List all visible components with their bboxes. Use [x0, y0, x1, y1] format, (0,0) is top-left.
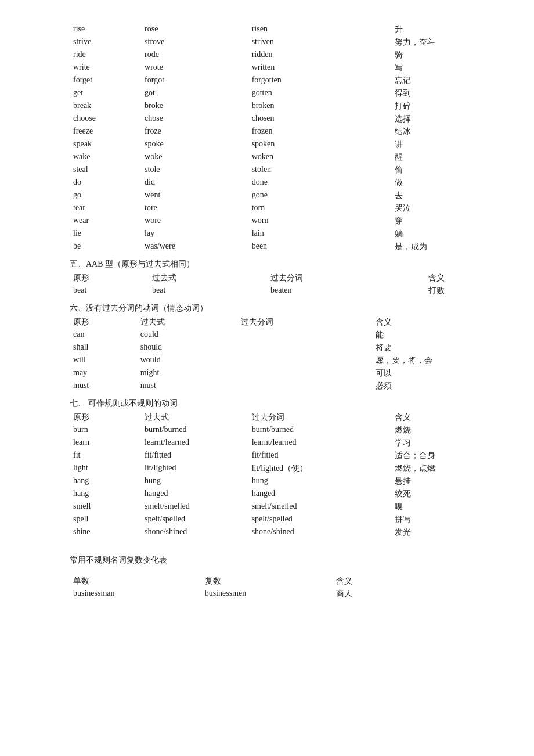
- verb-base: learn: [70, 437, 141, 449]
- col-meaning-6: 含义: [372, 316, 464, 329]
- table-row: go went gone 去: [70, 189, 464, 202]
- col-base-6: 原形: [70, 316, 137, 329]
- noun-col-header: 单数 复数 含义: [70, 575, 464, 588]
- main-verb-table: rise rose risen 升 strive strove striven …: [70, 23, 464, 253]
- verb-past: broke: [141, 100, 248, 113]
- verb-pp: broken: [248, 100, 391, 113]
- verb-pp: hung: [248, 475, 391, 488]
- table-row: steal stole stolen 偷: [70, 164, 464, 177]
- section7-heading: 七、 可作规则或不规则的动词: [70, 398, 464, 409]
- verb-past: hanged: [141, 488, 248, 501]
- table-row: burn burnt/burned burnt/burned 燃烧: [70, 424, 464, 437]
- noun-section-title: 常用不规则名词复数变化表: [70, 555, 464, 566]
- verb-pp: written: [248, 62, 391, 74]
- verb-meaning: 骑: [391, 49, 464, 62]
- verb-past: lay: [141, 228, 248, 240]
- col-past-6: 过去式: [137, 316, 238, 329]
- table-row: strive strove striven 努力，奋斗: [70, 36, 464, 49]
- verb-meaning: 是，成为: [391, 240, 464, 253]
- verb-base: can: [70, 329, 137, 341]
- verb-past: fit/fitted: [141, 449, 248, 462]
- section6-heading: 六、没有过去分词的动词（情态动词）: [70, 303, 464, 314]
- col-base-5: 原形: [70, 272, 149, 285]
- verb-base: spell: [70, 513, 141, 526]
- verb-past: was/were: [141, 240, 248, 253]
- verb-base: wear: [70, 215, 141, 228]
- table-row: break broke broken 打碎: [70, 100, 464, 113]
- verb-past: spelt/spelled: [141, 513, 248, 526]
- verb-meaning: 必须: [372, 380, 464, 393]
- verb-meaning: 将要: [372, 341, 464, 354]
- verb-meaning: 适合；合身: [391, 449, 464, 462]
- verb-base: ride: [70, 49, 141, 62]
- table-row: learn learnt/learned learnt/learned 学习: [70, 437, 464, 449]
- verb-base: get: [70, 87, 141, 100]
- verb-meaning: 穿: [391, 215, 464, 228]
- verb-past: got: [141, 87, 248, 100]
- verb-past: must: [137, 380, 238, 393]
- verb-pp: lit/lighted（使）: [248, 462, 391, 475]
- table-row: hang hung hung 悬挂: [70, 475, 464, 488]
- col-past-5: 过去式: [149, 272, 267, 285]
- table-row: lie lay lain 躺: [70, 228, 464, 240]
- verb-meaning: 可以: [372, 367, 464, 380]
- verb-past: might: [137, 367, 238, 380]
- verb-pp: [237, 341, 371, 354]
- verb-past: could: [137, 329, 238, 341]
- table-row: businessman businessmen 商人: [70, 588, 464, 600]
- verb-meaning: 能: [372, 329, 464, 341]
- noun-table: 单数 复数 含义 businessman businessmen 商人: [70, 575, 464, 600]
- verb-meaning: 做: [391, 177, 464, 189]
- section5-col-header: 原形 过去式 过去分词 含义: [70, 272, 464, 285]
- table-row: spell spelt/spelled spelt/spelled 拼写: [70, 513, 464, 526]
- verb-past: smelt/smelled: [141, 501, 248, 513]
- verb-past: woke: [141, 151, 248, 164]
- verb-past: did: [141, 177, 248, 189]
- section6-col-header: 原形 过去式 过去分词 含义: [70, 316, 464, 329]
- verb-past: hung: [141, 475, 248, 488]
- verb-past: rose: [141, 23, 248, 36]
- verb-meaning: 悬挂: [391, 475, 464, 488]
- table-row: may might 可以: [70, 367, 464, 380]
- verb-meaning: 燃烧: [391, 424, 464, 437]
- verb-pp: forgotten: [248, 74, 391, 87]
- col-base-7: 原形: [70, 411, 141, 424]
- table-row: forget forgot forgotten 忘记: [70, 74, 464, 87]
- noun-col-meaning: 含义: [333, 575, 464, 588]
- noun-col-singular: 单数: [70, 575, 201, 588]
- col-meaning-7: 含义: [391, 411, 464, 424]
- verb-meaning: 嗅: [391, 501, 464, 513]
- verb-pp: [237, 354, 371, 367]
- table-row: wear wore worn 穿: [70, 215, 464, 228]
- verb-meaning: 升: [391, 23, 464, 36]
- verb-pp: gotten: [248, 87, 391, 100]
- table-row: ride rode ridden 骑: [70, 49, 464, 62]
- verb-base: tear: [70, 202, 141, 215]
- col-pp-7: 过去分词: [248, 411, 391, 424]
- verb-meaning: 写: [391, 62, 464, 74]
- table-row: speak spoke spoken 讲: [70, 138, 464, 151]
- verb-base: burn: [70, 424, 141, 437]
- table-row: beat beat beaten 打败: [70, 285, 464, 297]
- verb-pp: [237, 367, 371, 380]
- table-row: be was/were been 是，成为: [70, 240, 464, 253]
- verb-meaning: 哭泣: [391, 202, 464, 215]
- verb-past: should: [137, 341, 238, 354]
- verb-pp: burnt/burned: [248, 424, 391, 437]
- verb-pp: [237, 380, 371, 393]
- col-meaning-5: 含义: [425, 272, 464, 285]
- verb-past: went: [141, 189, 248, 202]
- verb-base: will: [70, 354, 137, 367]
- verb-meaning: 愿，要，将，会: [372, 354, 464, 367]
- verb-base: choose: [70, 113, 141, 125]
- verb-pp: frozen: [248, 125, 391, 138]
- table-row: must must 必须: [70, 380, 464, 393]
- verb-base: shine: [70, 526, 141, 539]
- verb-pp: smelt/smelled: [248, 501, 391, 513]
- section5-table: 原形 过去式 过去分词 含义 beat beat beaten 打败: [70, 272, 464, 297]
- verb-meaning: 拼写: [391, 513, 464, 526]
- verb-base: strive: [70, 36, 141, 49]
- verb-base: may: [70, 367, 137, 380]
- verb-past: forgot: [141, 74, 248, 87]
- verb-base: fit: [70, 449, 141, 462]
